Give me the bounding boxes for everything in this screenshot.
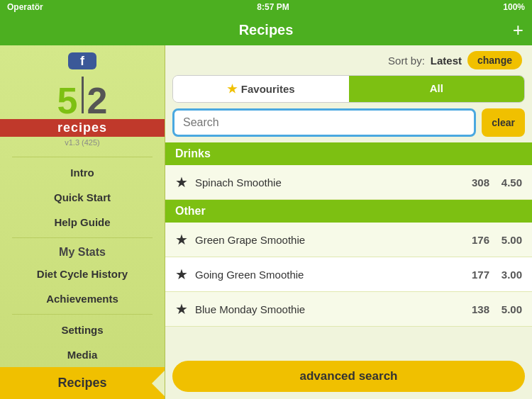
tab-favourites[interactable]: ★ Favourites (173, 76, 349, 102)
search-bar: clear (172, 108, 525, 137)
logo: 5 2 (57, 77, 108, 119)
section-header-other: Other (165, 200, 532, 223)
sidebar-item-recipes-active[interactable]: Recipes (0, 367, 165, 399)
star-toggle-button[interactable]: ★ (175, 231, 188, 248)
sidebar-item-achievements[interactable]: Achievements (0, 286, 165, 311)
recipe-calories: 177 (461, 269, 489, 281)
clear-button[interactable]: clear (482, 108, 525, 137)
sidebar-item-help-guide[interactable]: Help Guide (0, 210, 165, 235)
sidebar-item-my-stats[interactable]: My Stats (0, 240, 165, 262)
sidebar-active-arrow (152, 371, 165, 396)
sort-change-button[interactable]: change (467, 51, 522, 69)
time-label: 8:57 PM (257, 2, 289, 12)
facebook-icon[interactable]: f (68, 52, 96, 69)
recipe-calories: 138 (461, 303, 489, 315)
battery-label: 100% (503, 2, 525, 12)
recipe-item: ★ Green Grape Smoothie 176 5.00 (165, 223, 532, 257)
sidebar-divider-2 (12, 237, 152, 238)
star-icon: ★ (227, 82, 237, 96)
sidebar: f 5 2 recipes v1.3 (425) Intro Quick Sta… (0, 45, 165, 399)
add-recipe-button[interactable]: + (513, 21, 523, 39)
recipe-rating: 5.00 (497, 303, 522, 315)
logo-separator (82, 77, 84, 113)
sidebar-divider-3 (12, 314, 152, 315)
search-input[interactable] (172, 108, 476, 137)
operator-label: Operatör (7, 2, 43, 12)
star-toggle-button[interactable]: ★ (175, 266, 188, 283)
recipe-rating: 4.50 (497, 176, 522, 189)
sidebar-item-quick-start[interactable]: Quick Start (0, 185, 165, 210)
advanced-search-button[interactable]: advanced search (172, 361, 525, 392)
recipe-calories: 308 (461, 176, 489, 189)
section-header-drinks: Drinks (165, 142, 532, 165)
sort-value-label: Latest (431, 55, 462, 67)
recipe-calories: 176 (461, 234, 489, 246)
sort-bar: Sort by: Latest change (165, 45, 532, 75)
recipe-name: Blue Monday Smoothie (195, 303, 454, 315)
logo-number-5: 5 (57, 82, 78, 119)
app-header: Recipes + (0, 14, 532, 45)
sidebar-item-intro[interactable]: Intro (0, 160, 165, 185)
recipe-rating: 3.00 (497, 269, 522, 281)
tab-favourites-label: Favourites (241, 83, 295, 95)
sidebar-item-diet-cycle-history[interactable]: Diet Cycle History (0, 262, 165, 286)
recipe-name: Going Green Smoothie (195, 269, 454, 281)
content-area: Sort by: Latest change ★ Favourites All … (165, 45, 532, 399)
logo-number-2: 2 (87, 82, 108, 119)
tab-all-label: All (430, 82, 443, 94)
star-toggle-button[interactable]: ★ (175, 300, 188, 317)
sidebar-item-media[interactable]: Media (0, 342, 165, 367)
star-toggle-button[interactable]: ★ (175, 174, 188, 191)
recipe-list: Drinks ★ Spinach Smoothie 308 4.50 Other… (165, 142, 532, 354)
tab-all[interactable]: All (349, 76, 525, 102)
recipe-item: ★ Spinach Smoothie 308 4.50 (165, 165, 532, 200)
tabs-row: ★ Favourites All (172, 75, 525, 103)
logo-recipes-label: recipes (0, 119, 165, 137)
recipe-item: ★ Blue Monday Smoothie 138 5.00 (165, 292, 532, 327)
status-bar: Operatör 8:57 PM 100% (0, 0, 532, 14)
sidebar-divider-1 (12, 157, 152, 157)
page-title: Recipes (239, 22, 294, 38)
recipe-name: Spinach Smoothie (195, 176, 454, 189)
logo-version-label: v1.3 (425) (65, 138, 100, 147)
main-layout: f 5 2 recipes v1.3 (425) Intro Quick Sta… (0, 45, 532, 399)
sort-by-label: Sort by: (388, 55, 425, 67)
recipe-rating: 5.00 (497, 234, 522, 246)
sidebar-item-settings[interactable]: Settings (0, 317, 165, 342)
recipe-item: ★ Going Green Smoothie 177 3.00 (165, 257, 532, 292)
recipe-name: Green Grape Smoothie (195, 234, 454, 246)
advanced-search-wrap: advanced search (165, 354, 532, 399)
